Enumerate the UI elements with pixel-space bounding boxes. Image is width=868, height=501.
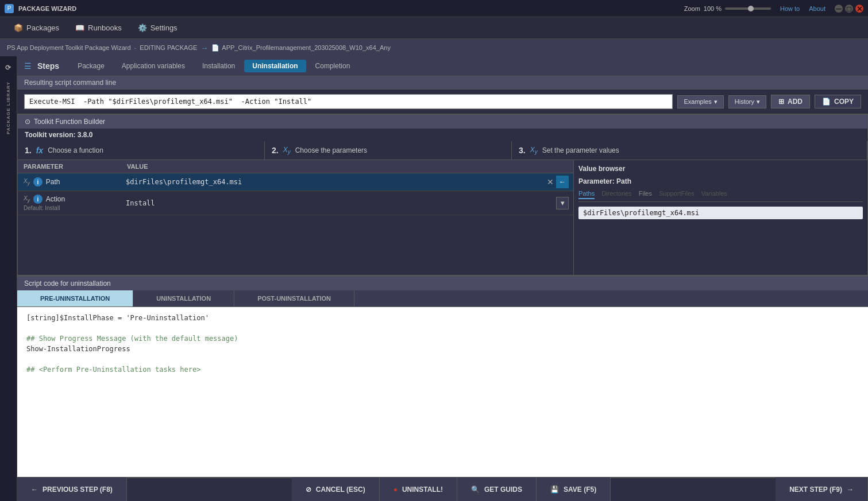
add-grid-icon: ⊞ [778,98,784,106]
sidebar: ⟳ PACKAGE LIBRARY [0,56,17,501]
how-to-link[interactable]: How to [780,5,800,12]
tab-uninstallation[interactable]: Uninstallation [244,60,306,72]
builder-step-1: 1. fx Choose a function [18,141,265,160]
tab-uninstallation-script[interactable]: UNINSTALLATION [133,290,234,306]
zoom-label: Zoom [684,5,700,12]
collapse-icon[interactable]: ⊙ [25,118,30,126]
prev-step-button[interactable]: ← PREVIOUS STEP (F8) [17,477,127,501]
maximize-button[interactable]: □ [845,5,853,13]
info-icon-path[interactable]: i [33,177,43,187]
title-bar: P PACKAGE WIZARD Zoom 100 % How to About… [0,0,868,17]
command-input[interactable] [24,94,673,109]
fx-icon: fx [36,146,43,155]
zoom-section: Zoom 100 % [684,5,771,12]
tab-app-vars[interactable]: Application variables [114,60,193,72]
tab-pre-uninstallation[interactable]: PRE-UNINSTALLATION [17,290,133,306]
value-cell-action: ▾ [121,191,573,215]
add-button[interactable]: ⊞ ADD [771,95,810,108]
examples-label: Examples [684,98,711,105]
script-tabs: PRE-UNINSTALLATION UNINSTALLATION POST-U… [17,290,868,307]
xy-icon-3: Xy [530,146,538,155]
info-icon-action[interactable]: i [33,195,43,204]
param-col-header: PARAMETER [18,160,121,173]
version-label: Toolkit version: 3.8.0 [25,131,92,139]
next-step-button[interactable]: NEXT STEP (F9) → [776,477,868,501]
vb-tab-variables[interactable]: Variables [701,189,727,199]
bottom-btn-group-right: NEXT STEP (F9) → [776,477,868,501]
copy-label: COPY [834,98,854,106]
script-line-blank-2 [26,355,859,363]
table-row: Xy i Action Default: Install [18,191,573,215]
action-dropdown-button[interactable]: ▾ [556,197,569,209]
prev-arrow-icon: ← [31,486,38,494]
value-browser-tabs: Paths Directories Files SupportFiles Var… [578,189,863,202]
runbooks-icon: 📖 [75,24,84,33]
vb-tab-files[interactable]: Files [639,189,652,199]
zoom-slider-thumb[interactable] [748,6,754,11]
vb-tab-directories[interactable]: Directories [601,189,632,199]
value-browser: Value browser Parameter: Path Paths Dire… [574,160,867,275]
xy-icon-2: Xy [283,146,291,155]
toolkit-header-label: Toolkit Function Builder [34,118,105,126]
history-label: History [735,98,754,105]
uninstall-button[interactable]: ● UNINSTALL! [380,477,457,501]
copy-button[interactable]: 📄 COPY [815,95,861,108]
zoom-slider[interactable] [725,7,771,10]
prev-label: PREVIOUS STEP (F8) [43,486,113,494]
close-button[interactable]: ✕ [855,5,863,13]
nav-packages[interactable]: 📦 Packages [7,20,66,36]
examples-button[interactable]: Examples ▾ [677,95,723,108]
breadcrumb-arrow: → [200,44,208,52]
param-xy-path: Xy [24,178,30,186]
bottom-btn-group-left: ← PREVIOUS STEP (F8) [17,477,127,501]
tab-package[interactable]: Package [70,60,113,72]
params-table: PARAMETER VALUE Xy i [18,160,573,215]
nav-settings[interactable]: ⚙️ Settings [131,20,184,36]
history-chevron-icon: ▾ [757,98,760,106]
history-button[interactable]: History ▾ [728,95,766,108]
settings-label: Settings [151,24,178,32]
path-clear-button[interactable]: ✕ [547,177,554,187]
breadcrumb: PS App Deployment Toolkit Package Wizard… [0,39,868,56]
cancel-button[interactable]: ⊘ CANCEL (ESC) [292,477,380,501]
vb-tab-paths[interactable]: Paths [578,189,595,199]
value-cell-path: ✕ ← [121,173,573,191]
step-1-num: 1. [25,146,32,155]
param-name-action: Action [46,195,65,203]
path-value-input[interactable] [126,178,545,186]
action-value-input[interactable] [126,199,554,207]
breadcrumb-part-1: PS App Deployment Toolkit Package Wizard [7,44,131,51]
get-guids-button[interactable]: 🔍 GET GUIDS [457,477,537,501]
window-controls: ─ □ ✕ [835,5,863,13]
command-line-label: Resulting script command line [24,79,116,87]
sidebar-nav-icon[interactable]: ⟳ [2,61,16,75]
steps-icon: ☰ [24,61,32,71]
command-line-section: Examples ▾ History ▾ ⊞ ADD 📄 COPY [17,90,868,114]
tab-installation[interactable]: Installation [194,60,243,72]
params-table-area: PARAMETER VALUE Xy i [18,160,574,275]
full-layout: ⟳ PACKAGE LIBRARY ☰ Steps Package Applic… [0,56,868,501]
builder-step-2: 2. Xy Choose the parameters [265,141,512,160]
value-browser-title: Value browser [578,165,863,173]
uninstall-label: UNINSTALL! [402,486,443,494]
script-line-1: [string]$InstallPhase = 'Pre-Uninstallat… [26,314,859,322]
minimize-button[interactable]: ─ [835,5,843,13]
about-link[interactable]: About [809,5,825,12]
tab-post-uninstallation[interactable]: POST-UNINSTALLATION [234,290,354,306]
value-col-header: VALUE [121,160,573,173]
step-2-label: Choose the parameters [295,146,367,154]
bottom-bar: ← PREVIOUS STEP (F8) ⊘ CANCEL (ESC) ● UN… [17,477,868,501]
toolkit-version: Toolkit version: 3.8.0 [18,129,867,141]
path-arrow-button[interactable]: ← [556,176,569,188]
save-icon: 💾 [550,486,559,494]
save-button[interactable]: 💾 SAVE (F5) [537,477,611,501]
tab-completion[interactable]: Completion [307,60,358,72]
command-line-section-header: Resulting script command line [17,76,868,90]
uninstall-icon: ● [394,486,398,494]
action-default-label: Default: Install [24,205,60,211]
vb-tab-supportfiles[interactable]: SupportFiles [659,189,695,199]
script-content: [string]$InstallPhase = 'Pre-Uninstallat… [17,307,868,477]
app-title: PACKAGE WIZARD [18,5,76,12]
nav-runbooks[interactable]: 📖 Runbooks [68,20,129,36]
vb-selected-value[interactable]: $dirFiles\profilemgt_x64.msi [578,207,863,219]
